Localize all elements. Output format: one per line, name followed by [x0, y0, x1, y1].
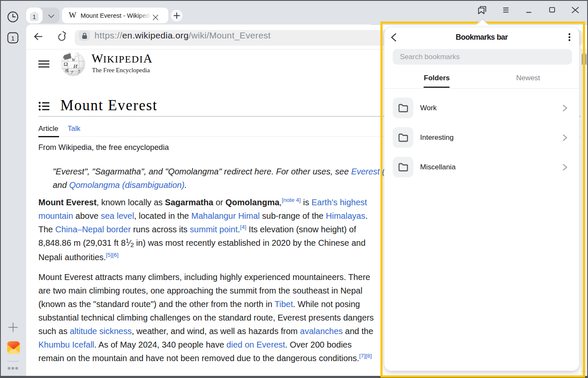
svg-text:ナ: ナ	[70, 70, 74, 74]
svg-text:И: И	[73, 63, 78, 69]
svg-text:Ω: Ω	[64, 61, 68, 67]
svg-text:维: 维	[65, 68, 69, 73]
svg-text:7: 7	[78, 69, 81, 74]
svg-text:1: 1	[32, 14, 36, 20]
svg-text:1: 1	[11, 35, 14, 42]
